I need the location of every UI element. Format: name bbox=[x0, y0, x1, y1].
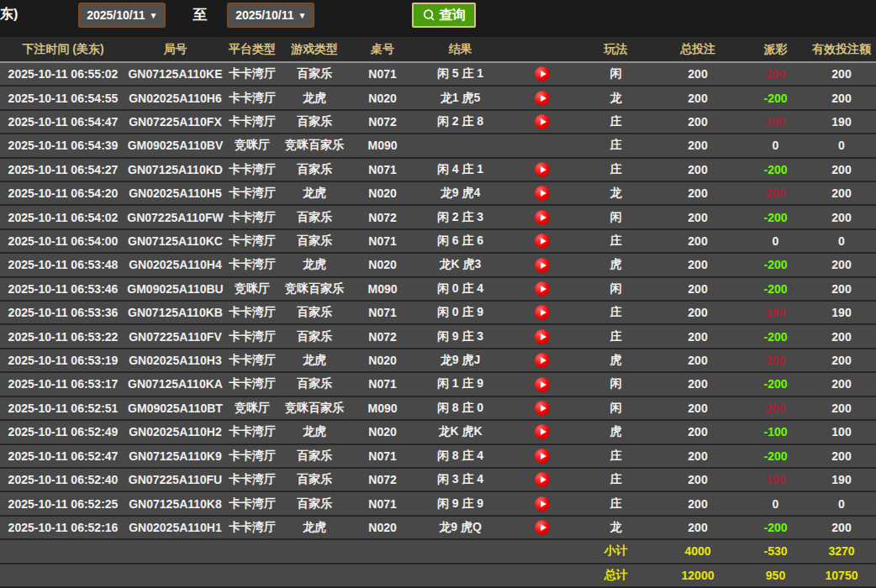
play-type: 龙 bbox=[580, 516, 652, 539]
table-footer: 小计 4000 -530 3270 总计 12000 950 10750 bbox=[0, 539, 876, 587]
game-type: 百家乐 bbox=[280, 229, 349, 253]
table-number: N071 bbox=[349, 491, 416, 515]
game-result bbox=[416, 134, 504, 157]
round-id: GN02025A110H6 bbox=[126, 86, 224, 109]
table-row: 2025-10-11 06:53:17 GN07125A110KA 卡卡湾厅 百… bbox=[0, 372, 876, 396]
platform-type: 卡卡湾厅 bbox=[224, 349, 280, 372]
platform-type: 卡卡湾厅 bbox=[224, 86, 280, 109]
bet-time: 2025-10-11 06:52:51 bbox=[0, 396, 126, 420]
table-number: N071 bbox=[349, 444, 416, 468]
play-video-icon[interactable] bbox=[535, 114, 550, 129]
play-video-icon[interactable] bbox=[535, 496, 550, 512]
round-id: GN02025A110H3 bbox=[126, 349, 224, 372]
play-video-icon[interactable] bbox=[535, 424, 550, 439]
video-cell bbox=[504, 62, 580, 86]
payout: -200 bbox=[744, 372, 807, 396]
play-video-icon[interactable] bbox=[535, 162, 550, 177]
bet-time: 2025-10-11 06:54:39 bbox=[0, 134, 126, 157]
date-to-picker[interactable]: 2025/10/11 ▼ bbox=[227, 3, 314, 28]
round-id: GN02025A110H2 bbox=[126, 420, 224, 444]
bet-time: 2025-10-11 06:53:22 bbox=[0, 324, 126, 348]
platform-type: 竞咪厅 bbox=[224, 396, 280, 420]
play-video-icon[interactable] bbox=[535, 305, 550, 320]
play-type: 庄 bbox=[580, 468, 652, 491]
valid-bet: 200 bbox=[807, 253, 876, 276]
payout: -200 bbox=[744, 277, 807, 301]
bet-time: 2025-10-11 06:54:27 bbox=[0, 158, 126, 181]
subtotal-row: 小计 4000 -530 3270 bbox=[0, 539, 876, 563]
bet-time: 2025-10-11 06:54:20 bbox=[0, 181, 126, 205]
round-id: GN02025A110H4 bbox=[126, 253, 224, 276]
video-cell bbox=[504, 301, 580, 324]
play-video-icon[interactable] bbox=[535, 258, 550, 273]
bet-time: 2025-10-11 06:54:55 bbox=[0, 86, 126, 109]
video-cell bbox=[504, 468, 580, 491]
table-number: N072 bbox=[349, 110, 416, 134]
total-bet: 200 bbox=[652, 420, 744, 444]
bet-time: 2025-10-11 06:54:47 bbox=[0, 110, 126, 134]
payout: 200 bbox=[744, 349, 807, 372]
game-type: 百家乐 bbox=[280, 324, 349, 348]
play-type: 闲 bbox=[580, 396, 652, 420]
play-video-icon[interactable] bbox=[535, 377, 550, 392]
play-video-icon[interactable] bbox=[535, 234, 550, 249]
date-from-picker[interactable]: 2025/10/11 ▼ bbox=[78, 3, 166, 28]
play-video-icon[interactable] bbox=[535, 66, 550, 81]
table-row: 2025-10-11 06:53:22 GN07225A110FV 卡卡湾厅 百… bbox=[0, 324, 876, 348]
play-video-icon[interactable] bbox=[535, 329, 550, 344]
play-video-icon[interactable] bbox=[535, 449, 550, 464]
table-header: 下注时间 (美东) 局号 平台类型 游戏类型 桌号 结果 玩法 总投注 派彩 有… bbox=[0, 37, 876, 62]
bet-history-screen: 东) 2025/10/11 ▼ 至 2025/10/11 ▼ 查询 下注时间 bbox=[0, 0, 876, 588]
game-result: 闲 0 庄 9 bbox=[416, 301, 504, 324]
valid-bet: 100 bbox=[807, 420, 876, 444]
game-type: 龙虎 bbox=[280, 349, 349, 372]
toolbar: 东) 2025/10/11 ▼ 至 2025/10/11 ▼ 查询 bbox=[0, 0, 876, 37]
game-type: 百家乐 bbox=[280, 444, 349, 468]
valid-bet: 190 bbox=[807, 468, 876, 491]
payout: 0 bbox=[744, 491, 807, 515]
play-video-icon[interactable] bbox=[535, 281, 550, 297]
bet-time: 2025-10-11 06:54:00 bbox=[0, 229, 126, 253]
play-video-icon[interactable] bbox=[535, 210, 550, 225]
table-row: 2025-10-11 06:53:36 GN07125A110KB 卡卡湾厅 百… bbox=[0, 301, 876, 324]
payout: 200 bbox=[744, 396, 807, 420]
play-type: 闲 bbox=[580, 205, 652, 228]
round-id: GN07225A110FX bbox=[126, 110, 224, 134]
total-bet: 200 bbox=[652, 205, 744, 228]
play-type: 虎 bbox=[580, 253, 652, 276]
bet-time: 2025-10-11 06:52:16 bbox=[0, 516, 126, 539]
table-number: N072 bbox=[349, 324, 416, 348]
table-number: N071 bbox=[349, 62, 416, 86]
payout: -100 bbox=[744, 420, 807, 444]
play-video-icon[interactable] bbox=[535, 353, 550, 368]
bet-time: 2025-10-11 06:53:36 bbox=[0, 301, 126, 324]
platform-type: 卡卡湾厅 bbox=[224, 110, 280, 134]
round-id: GM09025A110BV bbox=[126, 134, 224, 157]
game-type: 百家乐 bbox=[280, 158, 349, 181]
col-header-table-no: 桌号 bbox=[349, 37, 416, 62]
total-bet: 200 bbox=[652, 253, 744, 276]
total-bet: 200 bbox=[652, 324, 744, 348]
game-type: 竞咪百家乐 bbox=[280, 277, 349, 301]
game-type: 竞咪百家乐 bbox=[280, 396, 349, 420]
payout: 0 bbox=[744, 134, 807, 157]
chevron-down-icon: ▼ bbox=[150, 11, 158, 20]
table-number: N071 bbox=[349, 158, 416, 181]
table-row: 2025-10-11 06:52:25 GN07125A110K8 卡卡湾厅 百… bbox=[0, 491, 876, 515]
total-bet: 200 bbox=[652, 181, 744, 205]
table-row: 2025-10-11 06:52:16 GN02025A110H1 卡卡湾厅 龙… bbox=[0, 516, 876, 539]
play-video-icon[interactable] bbox=[535, 91, 550, 106]
total-bet: 200 bbox=[652, 158, 744, 181]
col-header-play-type: 玩法 bbox=[580, 37, 652, 62]
video-cell bbox=[504, 277, 580, 301]
grand-total-valid-bet: 10750 bbox=[807, 564, 876, 587]
play-video-icon[interactable] bbox=[535, 472, 550, 487]
play-video-icon[interactable] bbox=[535, 401, 550, 416]
video-cell bbox=[504, 396, 580, 420]
play-video-icon[interactable] bbox=[535, 186, 550, 201]
round-id: GN07125A110KC bbox=[126, 229, 224, 253]
table-row: 2025-10-11 06:54:39 GM09025A110BV 竞咪厅 竞咪… bbox=[0, 134, 876, 157]
game-result: 闲 1 庄 9 bbox=[416, 372, 504, 396]
query-button[interactable]: 查询 bbox=[412, 3, 476, 28]
play-video-icon[interactable] bbox=[535, 520, 550, 535]
